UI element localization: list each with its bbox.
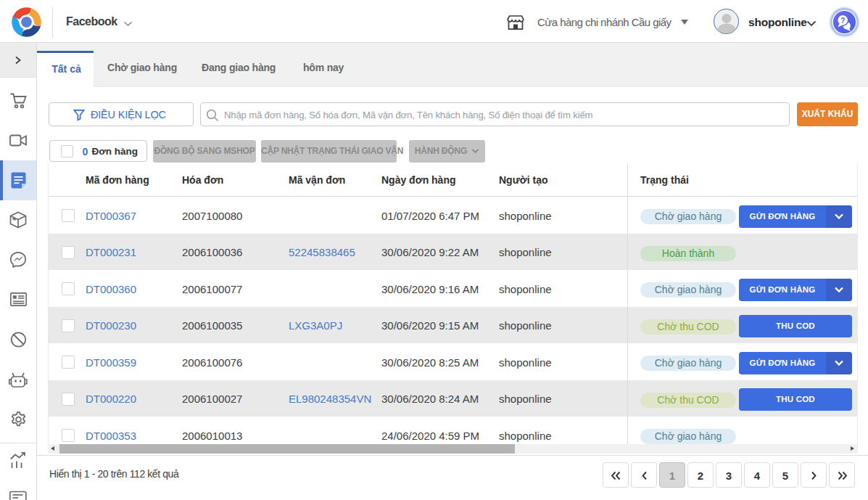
svg-text:?: ? (840, 17, 845, 25)
